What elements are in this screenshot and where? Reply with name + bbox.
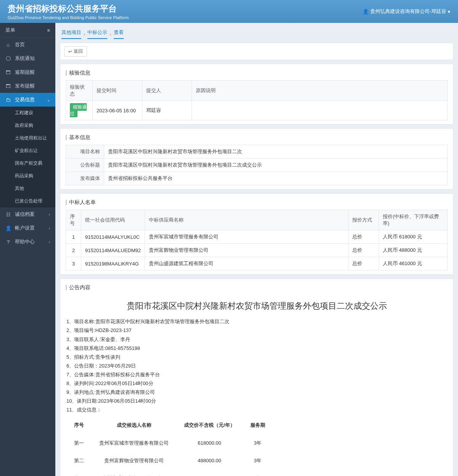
section-title: 公告内容: [66, 283, 448, 295]
sidebar-sub-item[interactable]: 土地使用权出让: [0, 132, 55, 144]
col-header: 报价(中标价、下浮率或费率): [379, 210, 448, 230]
sidebar-sub-item[interactable]: 政府采购: [0, 119, 55, 132]
sidebar-item-label: 交易信息: [15, 96, 35, 103]
sidebar: 菜单 ≡ ⌂首页🖵系统通知🗔逾期提醒🗔发布提醒 🗀 交易信息 ⌄ 工程建设政府采…: [0, 23, 55, 476]
notice-line: 7、公告媒体:贵州省招标投标公共服务平台: [66, 371, 447, 379]
sidebar-item[interactable]: 🗔发布提醒: [0, 79, 55, 93]
nav-icon: ?: [5, 239, 11, 245]
notice-line: 11、成交信息：: [66, 406, 447, 414]
sidebar-item-label: 发布提醒: [15, 83, 35, 89]
nav-icon: 👤: [5, 225, 11, 231]
sidebar-item[interactable]: ☷诚信档案›: [0, 207, 55, 221]
nav-icon: ⌂: [5, 42, 11, 48]
sidebar-item[interactable]: 🖵系统通知: [0, 52, 55, 65]
chevron-right-icon: ›: [49, 212, 50, 217]
sidebar-item-label: 首页: [15, 41, 25, 48]
col-header: 序号: [66, 210, 81, 230]
notice-line: 9、谈判地点:贵州弘典建设咨询有限公司: [66, 388, 447, 397]
chevron-down-icon: ⌄: [47, 98, 50, 102]
breadcrumb-item[interactable]: 其他项目: [61, 29, 81, 39]
cell-submitter: 邓廷容: [142, 101, 192, 120]
sidebar-item[interactable]: ?帮助中心›: [0, 235, 55, 249]
winners-panel: 中标人名单 序号统一社会信用代码中标供应商名称报价方式报价(中标价、下浮率或费率…: [60, 193, 453, 275]
winners-table: 序号统一社会信用代码中标供应商名称报价方式报价(中标价、下浮率或费率) 1915…: [66, 210, 448, 270]
kv-label: 项目名称: [66, 145, 104, 158]
sidebar-item-label: 帮助中心: [15, 238, 35, 245]
app-title: 贵州省招标投标公共服务平台: [8, 3, 129, 15]
candidate-table: 序号成交候选人名称成交价不含税（元/年）服务期 第一贵州军宸城市管理服务有限公司…: [66, 416, 273, 476]
notice-title: 贵阳市花溪区中院村兴隆新村农贸市场管理服务外包项目二次成交公示: [66, 299, 447, 313]
breadcrumb-sep: ›: [84, 31, 85, 37]
notice-line: 6、公告日期：2023年05月29日: [66, 362, 447, 370]
kv-value-empty: [325, 145, 447, 158]
notice-line: 1、项目名称:贵阳市花溪区中院村兴隆新村农贸市场管理服务外包项目二次: [66, 317, 447, 326]
status-badge: 核验通过: [70, 103, 87, 117]
kv-value: 贵阳市花溪区中院村兴隆新村农贸市场管理服务外包项目二次: [104, 145, 325, 158]
user-menu[interactable]: 👤 贵州弘典建设咨询有限公司-邓廷容 ▾: [363, 8, 450, 15]
menu-toggle-icon[interactable]: ≡: [47, 28, 50, 33]
table-row: 第二贵州富辉物业管理有限公司488000.003年: [66, 452, 273, 470]
notice-line: 2、项目编号:HDZB-2023-137: [66, 326, 447, 335]
breadcrumb-item: 查看: [114, 29, 124, 39]
kv-value: 贵州省招标投标公共服务平台: [104, 172, 447, 185]
section-title: 核验信息: [66, 68, 448, 80]
sidebar-sub-item[interactable]: 矿业权出让: [0, 144, 55, 157]
col-header: 服务期: [243, 416, 273, 434]
sidebar-item-label: 逾期提醒: [15, 69, 35, 76]
kv-row: 项目名称贵阳市花溪区中院村兴隆新村农贸市场管理服务外包项目二次: [66, 145, 448, 159]
sidebar-item[interactable]: 👤帐户设置›: [0, 221, 55, 235]
sidebar-item[interactable]: 🗔逾期提醒: [0, 65, 55, 79]
nav-icon: 🖵: [5, 56, 11, 62]
sidebar-item-label: 系统通知: [15, 55, 35, 62]
sidebar-sub-item[interactable]: 药品采购: [0, 170, 55, 182]
col-header: 序号: [66, 416, 92, 434]
app-header: 贵州省招标投标公共服务平台 GuiZhou Province Tendering…: [0, 0, 458, 23]
chevron-right-icon: ›: [49, 226, 50, 230]
verify-table: 核验状态 提交时间 提交人 原因说明 核验通过 2023-06-05 16:00…: [66, 80, 448, 120]
notice-panel: 公告内容 贵阳市花溪区中院村兴隆新村农贸市场管理服务外包项目二次成交公示 1、项…: [60, 278, 453, 476]
col-status: 核验状态: [66, 81, 93, 101]
basic-panel: 基本信息 项目名称贵阳市花溪区中院村兴隆新村农贸市场管理服务外包项目二次公告标题…: [60, 128, 453, 189]
back-button[interactable]: ↩ 返回: [64, 46, 87, 57]
table-row: 391520198MAALIKRY4G贵州山盛源建筑工程有限公司总价人民币 46…: [66, 257, 448, 270]
back-label: 返回: [74, 48, 83, 55]
notice-line: 3、项目联系人:宋金委、李丹: [66, 335, 447, 344]
notice-line: 5、招标方式:竞争性谈判: [66, 353, 447, 361]
sidebar-sub-item[interactable]: 国有产权交易: [0, 157, 55, 170]
sidebar-item-label: 诚信档案: [15, 211, 35, 218]
kv-value: 贵阳市花溪区中院村兴隆新村农贸市场管理服务外包项目二次成交公示: [104, 159, 447, 172]
notice-line: 8、谈判时间:2022年06月05日14时00分: [66, 379, 447, 388]
user-name: 贵州弘典建设咨询有限公司-邓廷容: [370, 8, 446, 15]
chevron-right-icon: ›: [49, 240, 50, 244]
sidebar-sub-item[interactable]: 已发公告处理: [0, 195, 55, 207]
user-icon: 👤: [363, 9, 369, 15]
kv-row: 公告标题贵阳市花溪区中院村兴隆新村农贸市场管理服务外包项目二次成交公示: [66, 159, 448, 172]
section-title: 中标人名单: [66, 198, 448, 210]
section-title: 基本信息: [66, 133, 448, 145]
table-row: 第三贵州山盛源建筑工程有限公司461000.003年: [66, 470, 273, 476]
sidebar-sub-item[interactable]: 工程建设: [0, 107, 55, 119]
breadcrumb: 其他项目 › 中标公示 › 查看: [60, 26, 453, 39]
col-time: 提交时间: [93, 81, 142, 101]
sidebar-sub-item[interactable]: 其他: [0, 182, 55, 195]
sidebar-item-trade[interactable]: 🗀 交易信息 ⌄: [0, 93, 55, 107]
breadcrumb-item[interactable]: 中标公示: [87, 29, 107, 39]
sidebar-item[interactable]: ⌂首页: [0, 38, 55, 52]
back-icon: ↩: [68, 49, 72, 54]
notice-line: 4、项目联系电话:0851-85755198: [66, 344, 447, 353]
col-reason: 原因说明: [192, 81, 448, 101]
chevron-down-icon: ▾: [448, 9, 450, 15]
table-row: 核验通过 2023-06-05 16:00 邓廷容: [66, 101, 448, 120]
table-row: 291520114MAALUEDM92贵州富辉物业管理有限公司总价人民币 488…: [66, 244, 448, 257]
notice-line: 10、谈判日期:2023年06月05日14时00分: [66, 397, 447, 405]
nav-icon: 🗔: [5, 83, 11, 89]
kv-label: 公告标题: [66, 159, 104, 172]
col-header: 成交候选人名称: [92, 416, 176, 434]
col-submitter: 提交人: [142, 81, 192, 101]
col-header: 成交价不含税（元/年）: [176, 416, 243, 434]
table-row: 191520114MAALYUKL0C贵州军宸城市管理服务有限公司总价人民币 6…: [66, 230, 448, 244]
sidebar-item-label: 帐户设置: [15, 225, 35, 232]
cell-reason: [192, 101, 448, 120]
nav-icon: ☷: [5, 212, 11, 217]
cell-time: 2023-06-05 16:00: [93, 101, 142, 120]
